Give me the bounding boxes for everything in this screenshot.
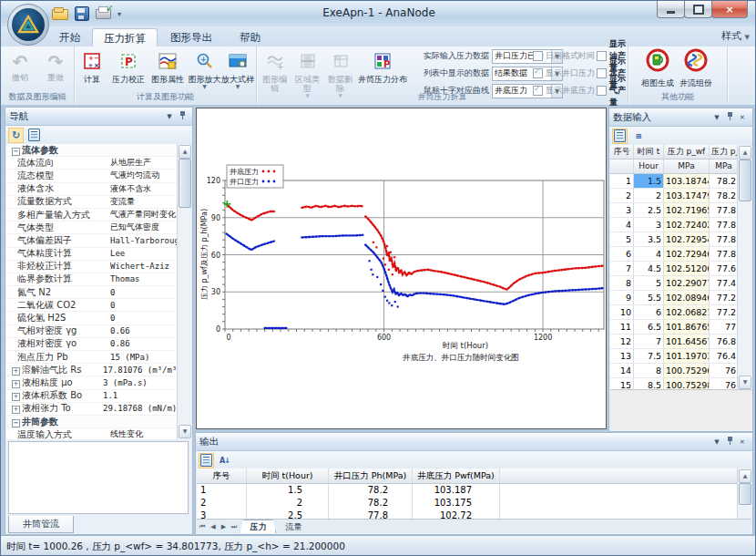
table-cell[interactable]: 1.5 [247, 484, 329, 497]
table-cell[interactable]: 76 [710, 364, 739, 377]
zoom-style-button[interactable]: 放大式样 ▼ [220, 48, 255, 92]
graph-properties-button[interactable]: 图形属性 [148, 48, 187, 92]
table-cell[interactable]: 102.71965 [664, 203, 710, 217]
pressure-correct-button[interactable]: P 压力校正 [109, 48, 148, 92]
table-cell[interactable]: 5.5 [634, 291, 664, 304]
table-cell[interactable]: 103.187 [413, 484, 500, 497]
table-cell[interactable]: 77.2 [710, 305, 739, 319]
table-cell[interactable]: 11 [610, 320, 634, 334]
close-icon[interactable]: ✕ [736, 438, 749, 446]
table-cell[interactable]: 77.8 [710, 203, 739, 217]
parameter-value[interactable]: Wichert-Aziz [110, 262, 179, 271]
redo-button[interactable]: ↷ 重做 [38, 48, 73, 92]
table-cell[interactable]: 4 [634, 247, 664, 261]
table-row[interactable]: 11.5103.1874478.2 [610, 174, 739, 189]
parameter-value[interactable]: 已知气体密度 [110, 221, 179, 233]
table-cell[interactable]: 13 [610, 349, 634, 363]
parameter-row[interactable]: 氮气 N20 [6, 286, 179, 299]
table-cell[interactable]: 76.4 [710, 349, 739, 363]
table-cell[interactable]: 4.5 [634, 262, 664, 275]
scroll-up-icon[interactable]: ▲ [739, 146, 751, 160]
table-cell[interactable]: 102.72946 [664, 247, 710, 261]
parameter-value[interactable]: 3 (mPa.s) [103, 378, 179, 387]
table-cell[interactable]: 78.2 [329, 484, 413, 497]
parameter-value[interactable]: 线性变化 [110, 428, 179, 439]
table-cell[interactable]: 2 [247, 497, 329, 510]
parameter-value[interactable]: 1.1 [103, 391, 179, 400]
parameter-row[interactable]: 临界参数计算Thomas [6, 273, 179, 286]
table-cell[interactable]: 77.8 [710, 218, 739, 232]
table-row[interactable]: 148100.7529676 [610, 364, 739, 378]
table-cell[interactable]: 77.8 [710, 232, 739, 246]
parameter-value[interactable]: 从地层生产 [110, 157, 179, 169]
checkbox-show-wellhead-pressure[interactable]: 显示井口压力 [533, 66, 595, 81]
parameter-value[interactable]: 0 [110, 301, 179, 310]
data-delete-button[interactable]: ✕ 数据删除 ▼ [324, 48, 356, 92]
parameter-value[interactable]: 气液均匀流动 [110, 170, 179, 181]
parameter-row[interactable]: 流量数据方式变流量 [6, 196, 179, 209]
table-row[interactable]: 106102.0682177.2 [610, 305, 739, 320]
minimize-button[interactable] [657, 1, 685, 18]
table-edit-icon[interactable]: ⊞ [630, 129, 646, 144]
table-cell[interactable]: 2.5 [634, 203, 664, 217]
table-cell[interactable]: 76.8 [710, 335, 739, 348]
table-cell[interactable]: 8 [634, 364, 664, 377]
notebook-icon[interactable] [26, 128, 42, 143]
table-cell[interactable]: 6 [610, 247, 634, 261]
parameter-value[interactable]: 15 (MPa) [110, 353, 179, 362]
parameter-section-header[interactable]: −流体参数 [6, 144, 179, 157]
next-page-icon[interactable]: ▶ [219, 523, 229, 530]
table-row[interactable]: 22103.1747978.2 [610, 189, 739, 203]
undo-button[interactable]: ↶ 撤销 [3, 48, 37, 92]
table-cell[interactable]: 103.18744 [664, 174, 710, 188]
parameter-row[interactable]: 液体含水液体不含水 [6, 183, 179, 196]
parameter-value[interactable]: 0 [110, 314, 179, 323]
pin-icon[interactable] [176, 111, 189, 121]
parameter-value[interactable]: Lee [110, 249, 179, 258]
table-cell[interactable]: 7 [610, 262, 634, 275]
parameter-row[interactable]: 气体类型已知气体密度 [6, 221, 179, 234]
close-icon[interactable]: ✕ [736, 114, 749, 121]
table-cell[interactable]: 77.2 [710, 291, 739, 304]
parameter-row[interactable]: 二氧化碳 CO20 [6, 299, 179, 312]
wellbore-pressure-dist-button[interactable]: P 井筒压力分布 [357, 48, 408, 92]
close-button[interactable]: × [711, 1, 748, 18]
scroll-thumb[interactable] [739, 483, 751, 505]
parameter-row[interactable]: 硫化氢 H2S0 [6, 312, 179, 324]
parameter-row[interactable]: +液相张力 To29.18768 (mN/m) [6, 403, 179, 416]
table-row[interactable]: 64102.7294677.8 [610, 247, 739, 262]
table-cell[interactable]: 1.5 [634, 174, 664, 188]
table-cell[interactable]: 12 [610, 335, 634, 348]
refresh-icon[interactable]: ↻ [8, 128, 24, 143]
parameter-value[interactable]: 0.86 [110, 339, 179, 348]
parameter-value[interactable]: 变流量 [110, 196, 179, 208]
prev-page-icon[interactable]: ◀ [208, 523, 218, 530]
table-cell[interactable]: 10 [610, 305, 634, 319]
wellbore-flow-tab[interactable]: 井筒管流 [8, 516, 74, 533]
parameter-row[interactable]: +溶解油气比 Rs17.81076 (m³/m³) [6, 364, 179, 376]
parameter-row[interactable]: +液相粘度 μo3 (mPa.s) [6, 376, 179, 389]
table-cell[interactable]: 77.6 [710, 262, 739, 275]
parameter-scrollbar[interactable]: ▲ ▼ [177, 144, 191, 439]
parameter-row[interactable]: +液体积系数 Bo1.1 [6, 390, 179, 403]
table-row[interactable]: 95.5102.0894677.2 [610, 291, 739, 305]
scroll-thumb[interactable] [739, 160, 751, 201]
table-cell[interactable]: 102.06821 [664, 305, 710, 319]
output-scrollbar[interactable]: ▲ [737, 468, 751, 521]
table-row[interactable]: 85102.2907777.4 [610, 276, 739, 291]
calculate-button[interactable]: +−÷× 计算 [76, 48, 108, 92]
tab-help[interactable]: 帮助 [229, 28, 271, 46]
table-cell[interactable]: 2 [197, 497, 247, 510]
table-cell[interactable]: 103.17479 [664, 189, 710, 202]
table-cell[interactable]: 5 [610, 232, 634, 246]
pin-icon[interactable] [723, 112, 736, 122]
checkbox-date-format[interactable]: 日期格式时间 [533, 48, 595, 64]
table-cell[interactable]: 78.2 [329, 497, 413, 510]
table-cell[interactable]: 3 [634, 218, 664, 232]
table-row[interactable]: 116.5101.8676577 [610, 320, 739, 335]
table-cell[interactable]: 101.19703 [664, 349, 710, 363]
tab-start[interactable]: 开始 [48, 28, 91, 46]
table-cell[interactable]: 3.5 [634, 232, 664, 246]
table-row[interactable]: 127101.6456776.8 [610, 335, 739, 349]
table-cell[interactable]: 5 [634, 276, 664, 290]
